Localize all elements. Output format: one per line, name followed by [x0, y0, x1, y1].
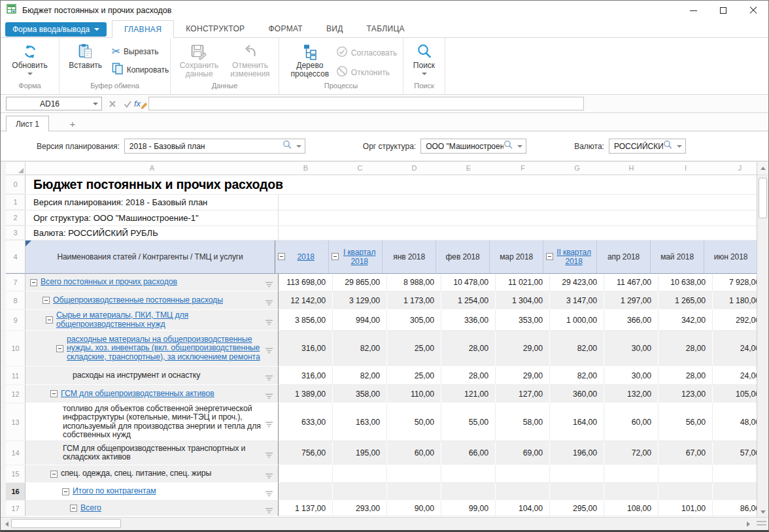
- value-cell[interactable]: 164,00: [550, 403, 604, 441]
- period-header-cell[interactable]: янв 2018: [383, 241, 436, 273]
- maximize-button[interactable]: [708, 1, 738, 20]
- cell-name-box[interactable]: AD16: [6, 97, 102, 110]
- period-header-text[interactable]: I квартал 2018: [339, 248, 379, 266]
- value-cell[interactable]: 50,00: [387, 403, 441, 441]
- minimize-button[interactable]: [678, 1, 708, 20]
- sheet-tab[interactable]: Лист 1: [6, 116, 49, 132]
- grid-cell[interactable]: Версия планирования: 2018 - Базовый план: [26, 195, 279, 210]
- value-cell[interactable]: 316,00: [279, 367, 333, 385]
- value-cell[interactable]: [279, 465, 333, 483]
- value-cell[interactable]: 55,00: [441, 403, 496, 441]
- column-header-J[interactable]: J: [713, 162, 758, 175]
- period-header-cell[interactable]: май 2018: [651, 241, 704, 273]
- column-header-B[interactable]: B: [279, 162, 333, 175]
- value-cell[interactable]: 1 254,00: [441, 291, 496, 310]
- collapse-icon[interactable]: [43, 297, 50, 304]
- column-header-I[interactable]: I: [658, 162, 713, 175]
- scroll-left-button[interactable]: [2, 518, 11, 530]
- value-cell[interactable]: 10 478,00: [441, 274, 496, 291]
- tab-конструктор[interactable]: КОНСТРУКТОР: [174, 20, 256, 38]
- horizontal-scroll-thumb[interactable]: [11, 519, 121, 528]
- grid-cell[interactable]: Бюджет постоянных и прочих расходов: [26, 175, 279, 194]
- close-button[interactable]: [738, 1, 768, 20]
- period-header-text[interactable]: 2018: [298, 252, 315, 261]
- value-cell[interactable]: 57,00: [713, 441, 758, 465]
- value-cell[interactable]: 104,00: [496, 501, 550, 516]
- tab-главная[interactable]: ГЛАВНАЯ: [112, 20, 174, 39]
- value-cell[interactable]: 12 142,00: [279, 291, 333, 310]
- row-number[interactable]: 14: [6, 441, 26, 465]
- function-edit-button[interactable]: fx: [134, 98, 147, 110]
- row-name-cell[interactable]: спец. одежда, спец. питание, спец. жиры: [26, 465, 279, 483]
- period-header-cell[interactable]: мар 2018: [490, 241, 543, 273]
- value-cell[interactable]: 127,00: [496, 385, 550, 403]
- value-cell[interactable]: [550, 483, 604, 501]
- collapse-icon[interactable]: [70, 505, 77, 512]
- value-cell[interactable]: 1 389,00: [279, 385, 333, 403]
- value-cell[interactable]: 1 137,00: [279, 501, 333, 516]
- collapse-icon[interactable]: [332, 253, 339, 260]
- value-cell[interactable]: 3 856,00: [279, 310, 333, 331]
- filter-select-0[interactable]: 2018 - Базовый план: [124, 139, 305, 154]
- scroll-right-button[interactable]: [743, 518, 753, 530]
- row-name-text[interactable]: расходные материалы на общепроизводствен…: [67, 335, 261, 362]
- grid-cell[interactable]: Орг структура: ООО "Машиностроение-1": [26, 210, 279, 225]
- value-cell[interactable]: 28,00: [441, 331, 496, 367]
- value-cell[interactable]: 1 297,00: [604, 291, 658, 310]
- value-cell[interactable]: [496, 465, 550, 483]
- select-all-corner[interactable]: [6, 162, 26, 175]
- value-cell[interactable]: 30,00: [604, 367, 658, 385]
- ribbon-button-обновить[interactable]: Обновить: [5, 41, 55, 75]
- value-cell[interactable]: 67,00: [658, 441, 713, 465]
- value-cell[interactable]: 29,00: [496, 331, 550, 367]
- value-cell[interactable]: [550, 465, 604, 483]
- tab-вид[interactable]: ВИД: [315, 20, 355, 38]
- value-cell[interactable]: 110,00: [387, 385, 441, 403]
- value-cell[interactable]: 756,00: [279, 441, 333, 465]
- period-header-cell[interactable]: апр 2018: [597, 241, 651, 273]
- value-cell[interactable]: 358,00: [333, 385, 387, 403]
- row-name-text[interactable]: Общепроизводственные постоянные расходы: [53, 296, 223, 305]
- value-cell[interactable]: 10 638,00: [658, 274, 713, 291]
- value-cell[interactable]: [713, 465, 758, 483]
- resize-grip[interactable]: [757, 521, 766, 527]
- value-cell[interactable]: 994,00: [333, 310, 387, 331]
- grid-cell[interactable]: Валюта: РОССИЙСКИЙ РУБЛЬ: [26, 226, 279, 240]
- value-cell[interactable]: 195,00: [333, 441, 387, 465]
- value-cell[interactable]: [496, 483, 550, 501]
- row-name-cell[interactable]: ГСМ для общепроизводственных транспортны…: [26, 441, 279, 465]
- value-cell[interactable]: 25,00: [387, 331, 441, 367]
- period-header-cell[interactable]: фев 2018: [436, 241, 490, 273]
- column-header-H[interactable]: H: [604, 162, 658, 175]
- collapse-icon[interactable]: [50, 390, 58, 397]
- value-cell[interactable]: 8 988,00: [387, 274, 441, 291]
- value-cell[interactable]: 1 180,00: [713, 291, 758, 310]
- value-cell[interactable]: 7 928,00: [713, 274, 758, 291]
- value-cell[interactable]: 163,00: [333, 403, 387, 441]
- value-cell[interactable]: 29 865,00: [333, 274, 387, 291]
- value-cell[interactable]: 24,00: [713, 331, 758, 367]
- filter-select-2[interactable]: РОССИЙСКИЙ РУБЛЬ: [609, 139, 686, 154]
- row-number[interactable]: 2: [6, 210, 26, 225]
- value-cell[interactable]: [658, 483, 713, 501]
- value-cell[interactable]: 108,00: [604, 501, 658, 516]
- value-cell[interactable]: 196,00: [550, 441, 604, 465]
- value-cell[interactable]: 113 698,00: [279, 274, 333, 291]
- row-number[interactable]: 10: [6, 331, 26, 367]
- row-name-cell[interactable]: топливо для объектов собственной энергет…: [26, 403, 279, 441]
- value-cell[interactable]: 28,00: [658, 331, 713, 367]
- row-name-cell[interactable]: ГСМ для общепроизводственных активов: [26, 385, 279, 403]
- value-cell[interactable]: 90,00: [387, 501, 441, 516]
- value-cell[interactable]: 11 467,00: [604, 274, 658, 291]
- column-header-F[interactable]: F: [496, 162, 550, 175]
- value-cell[interactable]: 69,00: [496, 441, 550, 465]
- tab-формат[interactable]: ФОРМАТ: [256, 20, 315, 38]
- value-cell[interactable]: [604, 465, 658, 483]
- value-cell[interactable]: 82,00: [333, 331, 387, 367]
- collapse-icon[interactable]: [50, 471, 58, 478]
- row-name-cell[interactable]: Сырье и материалы, ПКИ, ТМЦ для общепрои…: [26, 310, 279, 331]
- row-name-cell[interactable]: расходные материалы на общепроизводствен…: [26, 331, 279, 367]
- value-cell[interactable]: 305,00: [387, 310, 441, 331]
- value-cell[interactable]: 29 423,00: [550, 274, 604, 291]
- row-name-text[interactable]: Всего постоянных и прочих расходов: [41, 278, 177, 287]
